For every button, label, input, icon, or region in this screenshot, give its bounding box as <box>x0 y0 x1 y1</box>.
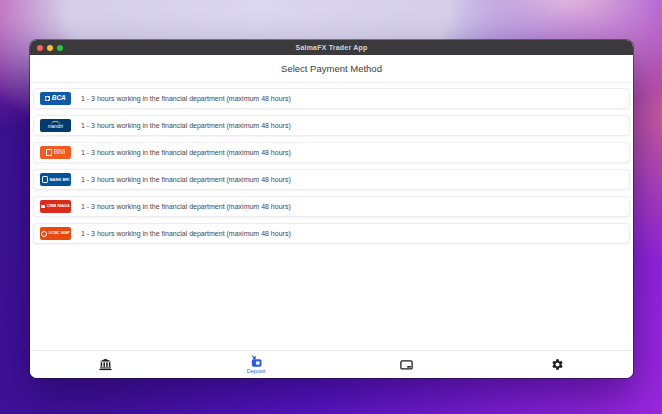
bank-logo: BCA <box>40 92 71 105</box>
bank-logo: BANK BRI <box>40 173 71 186</box>
bri-emblem <box>42 176 49 183</box>
payment-description: 1 - 3 hours working in the financial dep… <box>81 176 291 183</box>
payment-method-list: BCA 1 - 3 hours working in the financial… <box>30 83 633 244</box>
zoom-window-button[interactable] <box>57 45 63 51</box>
payment-method-row[interactable]: BNI 1 - 3 hours working in the financial… <box>33 142 630 163</box>
bank-logo-text: OCBC NISP <box>49 232 70 236</box>
payment-method-row[interactable]: BANK BRI 1 - 3 hours working in the fina… <box>33 169 630 190</box>
window-titlebar[interactable]: SalmaFX Trader App <box>30 40 633 55</box>
bank-logo: mandiri <box>40 119 71 132</box>
bca-emblem <box>45 96 50 101</box>
payment-method-row[interactable]: mandiri 1 - 3 hours working in the finan… <box>33 115 630 136</box>
nav-item-payments[interactable] <box>332 351 483 378</box>
nav-item-deposit[interactable]: Deposit <box>181 351 332 378</box>
bank-logo-text: BANK BRI <box>50 178 70 182</box>
payment-description: 1 - 3 hours working in the financial dep… <box>81 95 291 102</box>
bank-logo: BNI <box>40 146 71 159</box>
card-icon <box>400 358 413 371</box>
payment-description: 1 - 3 hours working in the financial dep… <box>81 122 291 129</box>
payment-method-row[interactable]: CIMB NIAGA 1 - 3 hours working in the fi… <box>33 196 630 217</box>
nav-label: Deposit <box>247 369 266 375</box>
payment-method-row[interactable]: BCA 1 - 3 hours working in the financial… <box>33 88 630 109</box>
payment-method-row[interactable]: OCBC NISP 1 - 3 hours working in the fin… <box>33 223 630 244</box>
bank-icon <box>99 358 112 371</box>
bank-logo-text: BCA <box>52 95 66 102</box>
cimb-emblem <box>41 205 45 209</box>
bank-logo: CIMB NIAGA <box>40 200 71 213</box>
bank-logo-text: mandiri <box>48 125 63 130</box>
payment-description: 1 - 3 hours working in the financial dep… <box>81 149 291 156</box>
app-window: SalmaFX Trader App Select Payment Method… <box>30 40 633 378</box>
bank-logo-text: CIMB NIAGA <box>47 205 70 209</box>
bni-emblem <box>46 149 53 156</box>
bank-logo: OCBC NISP <box>40 227 71 240</box>
bank-logo-text: BNI <box>54 149 66 156</box>
close-window-button[interactable] <box>37 45 43 51</box>
payment-description: 1 - 3 hours working in the financial dep… <box>81 203 291 210</box>
ocbc-emblem <box>41 231 47 237</box>
page-title: Select Payment Method <box>30 55 633 83</box>
payment-description: 1 - 3 hours working in the financial dep… <box>81 230 291 237</box>
nav-item-settings[interactable] <box>482 351 633 378</box>
traffic-lights <box>37 40 63 55</box>
window-title: SalmaFX Trader App <box>296 44 368 51</box>
gear-icon <box>551 358 564 371</box>
bottom-nav: Deposit <box>30 350 633 378</box>
minimize-window-button[interactable] <box>47 45 53 51</box>
nav-item-banks[interactable] <box>30 351 181 378</box>
deposit-icon <box>250 355 263 368</box>
